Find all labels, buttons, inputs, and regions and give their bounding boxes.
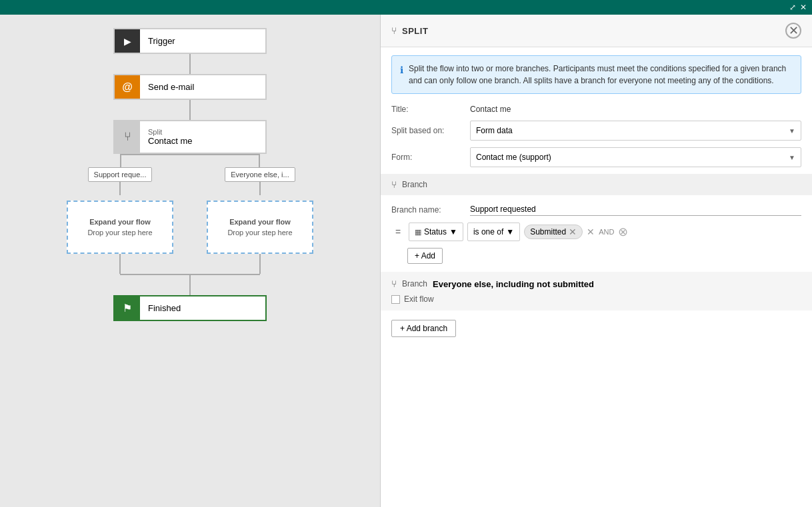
title-row: Title: Contact me [391,105,801,114]
form-chevron: ▼ [789,154,795,161]
maximize-icon[interactable]: ⤢ [789,3,796,12]
tag-remove-icon[interactable]: ✕ [569,227,577,237]
and-label: AND [599,228,614,236]
branch-section: Support reque... Expand your flow Drop y… [13,154,367,295]
panel-header: ⑂ SPLIT ✕ [381,15,812,47]
branch1-name-input[interactable] [470,203,801,216]
exit-flow-row: Exit flow [391,294,801,304]
finished-node[interactable]: Finished [113,295,267,321]
drop-right-title: Expand your flow [229,217,291,228]
flow-container: Trigger Send e-mail Split [13,28,367,321]
equals-badge: = [391,227,405,237]
branch-right-col: Everyone else, i... Expand your flow Dro… [203,167,317,274]
field-chevron: ▼ [449,227,457,237]
trigger-node[interactable]: Trigger [113,28,267,54]
top-bar: ⤢ ✕ [0,0,812,15]
drop-right-body: Drop your step here [227,227,292,239]
info-icon: ℹ [400,63,403,87]
branch1-name-row: Branch name: [391,203,801,216]
branch-columns: Support reque... Expand your flow Drop y… [63,167,317,274]
finished-label: Finished [148,303,181,313]
flow-canvas: Trigger Send e-mail Split [0,15,380,507]
info-text: Split the flow into two or more branches… [409,63,793,87]
split-based-label: Split based on: [391,126,465,135]
finished-icon [115,296,140,320]
add-branch-button[interactable]: + Add branch [391,320,456,337]
connector-1 [189,54,191,74]
trigger-icon [115,29,140,53]
email-node[interactable]: Send e-mail [113,74,267,100]
panel-close-button[interactable]: ✕ [785,23,801,39]
operator-chevron: ▼ [506,227,514,237]
tag-submitted: Submitted ✕ [524,225,583,239]
branch1-header: ⑂ Branch [381,174,812,195]
branch1-section-label: Branch [402,180,427,189]
operator-select[interactable]: is one of ▼ [467,223,520,241]
grid-icon: ▦ [415,228,421,237]
title-label: Title: [391,105,465,114]
form-select[interactable]: Contact me (support) ▼ [470,147,801,167]
split-sublabel: Split [148,128,192,136]
branch1-split-icon: ⑂ [391,179,397,190]
split-icon [115,121,140,153]
condition-delete-icon[interactable]: ✕ [587,227,595,237]
drop-zone-left[interactable]: Expand your flow Drop your step here [67,201,173,254]
connector-2 [189,100,191,120]
operator-value: is one of [473,227,503,237]
panel-split-icon: ⑂ [391,25,397,36]
branch2-split-icon: ⑂ [391,278,397,289]
title-value: Contact me [470,105,511,114]
info-box: ℹ Split the flow into two or more branch… [391,55,801,94]
email-icon [115,75,140,99]
right-panel: ⑂ SPLIT ✕ ℹ Split the flow into two or m… [380,15,812,507]
form-label: Form: [391,153,465,162]
field-select[interactable]: ▦ Status ▼ [409,223,463,241]
branch2-section: ⑂ Branch Everyone else, including not su… [381,272,812,310]
drop-zone-right[interactable]: Expand your flow Drop your step here [207,201,313,254]
split-node[interactable]: Split Contact me [113,120,267,154]
email-label: Send e-mail [148,82,194,92]
branch1-name-label: Branch name: [391,205,465,215]
branch-left-label[interactable]: Support reque... [88,167,153,182]
branch2-section-label: Branch [402,279,427,288]
panel-title: SPLIT [402,26,428,36]
main-area: Trigger Send e-mail Split [0,15,812,507]
split-based-value: Form data [476,126,513,135]
split-label: Contact me [148,136,192,146]
form-row: Form: Contact me (support) ▼ [391,147,801,167]
exit-flow-checkbox[interactable] [391,295,400,304]
branch-left-col: Support reque... Expand your flow Drop y… [63,167,177,274]
trigger-label: Trigger [148,36,175,46]
close-topbar-icon[interactable]: ✕ [800,3,807,12]
form-value: Contact me (support) [476,153,551,162]
exit-flow-label: Exit flow [404,294,434,304]
add-condition-button[interactable]: + Add [407,248,443,264]
panel-body: ℹ Split the flow into two or more branch… [381,47,812,507]
split-based-chevron: ▼ [789,127,795,135]
everyone-title: Everyone else, including not submitted [433,279,594,289]
tag-label: Submitted [530,227,566,237]
field-value: Status [424,227,447,237]
remove-condition-icon[interactable]: ⊗ [618,225,628,239]
split-based-select[interactable]: Form data ▼ [470,121,801,141]
branch-right-label[interactable]: Everyone else, i... [225,167,295,182]
drop-left-title: Expand your flow [89,217,151,228]
drop-left-body: Drop your step here [87,227,152,239]
condition-row: = ▦ Status ▼ is one of ▼ Submitted ✕ ✕ A… [391,223,801,241]
branch2-header: ⑂ Branch Everyone else, including not su… [391,278,801,289]
split-based-row: Split based on: Form data ▼ [391,121,801,141]
